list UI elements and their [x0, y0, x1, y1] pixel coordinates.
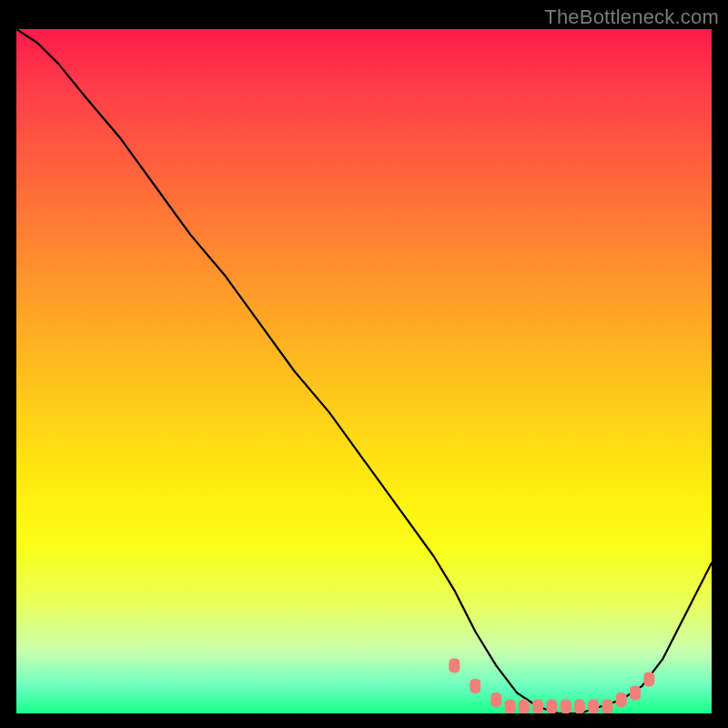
- bottleneck-curve: [16, 29, 712, 713]
- marker-dot: [588, 700, 599, 714]
- marker-dot: [546, 700, 557, 714]
- watermark-text: TheBottleneck.com: [544, 5, 719, 29]
- marker-dot: [602, 700, 612, 714]
- chart-outer: TheBottleneck.com: [0, 0, 728, 728]
- plot-area: [16, 29, 712, 713]
- marker-dot: [490, 693, 501, 707]
- marker-dot: [561, 700, 571, 714]
- marker-dot: [630, 685, 641, 700]
- marker-dot: [504, 700, 515, 714]
- dotted-band: [449, 658, 654, 713]
- marker-dot: [470, 679, 480, 693]
- marker-dot: [574, 700, 585, 714]
- marker-dot: [519, 700, 530, 714]
- curve-layer: [16, 29, 712, 713]
- marker-dot: [449, 658, 460, 672]
- marker-dot: [616, 693, 627, 707]
- marker-dot: [532, 700, 543, 714]
- marker-dot: [643, 672, 654, 686]
